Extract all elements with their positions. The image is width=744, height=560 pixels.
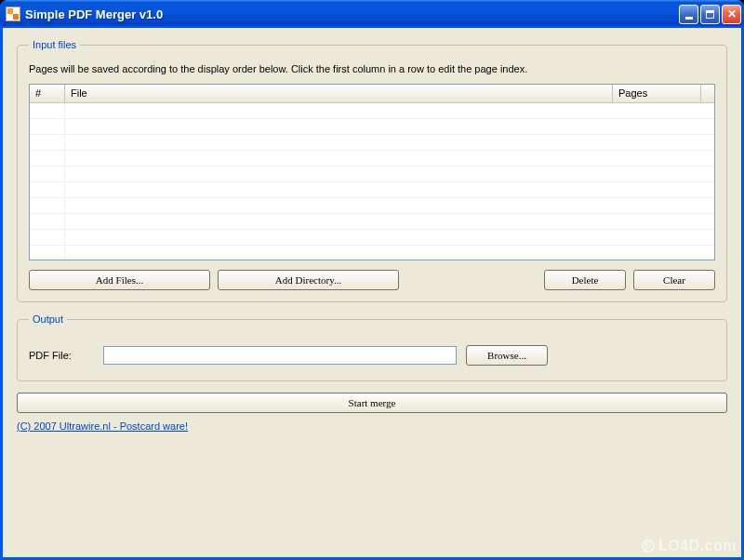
browse-button[interactable]: Browse...	[466, 345, 548, 366]
add-directory-button[interactable]: Add Directory...	[218, 270, 399, 290]
watermark-text: LO4D.com	[658, 538, 737, 554]
minimize-icon	[685, 17, 693, 20]
table-row[interactable]	[30, 214, 714, 230]
window: Simple PDF Merger v1.0 ✕ Input files Pag…	[0, 0, 744, 560]
output-group: Output PDF File: Browse...	[17, 313, 727, 381]
maximize-icon	[706, 10, 714, 19]
pdf-file-input[interactable]	[103, 346, 457, 365]
minimize-button[interactable]	[679, 5, 698, 24]
watermark-icon: ↻	[642, 540, 655, 553]
titlebar[interactable]: Simple PDF Merger v1.0 ✕	[0, 0, 744, 28]
window-controls: ✕	[679, 5, 741, 24]
table-row[interactable]	[30, 246, 714, 260]
maximize-button[interactable]	[700, 5, 720, 24]
table-body[interactable]	[30, 103, 714, 260]
table-row[interactable]	[30, 151, 714, 167]
close-icon: ✕	[727, 8, 737, 20]
close-button[interactable]: ✕	[722, 5, 741, 24]
table-row[interactable]	[30, 167, 714, 182]
table-row[interactable]	[30, 230, 714, 246]
app-icon	[6, 7, 20, 21]
input-button-row: Add Files... Add Directory... Delete Cle…	[29, 270, 715, 290]
output-legend: Output	[29, 313, 67, 325]
delete-button[interactable]: Delete	[544, 270, 626, 290]
file-table[interactable]: # File Pages	[29, 84, 715, 260]
watermark: ↻ LO4D.com	[642, 538, 737, 554]
table-row[interactable]	[30, 135, 714, 151]
output-row: PDF File: Browse...	[29, 338, 715, 369]
table-row[interactable]	[30, 103, 714, 119]
window-title: Simple PDF Merger v1.0	[25, 7, 679, 21]
spacer	[406, 270, 537, 290]
input-files-legend: Input files	[29, 39, 80, 50]
table-row[interactable]	[30, 198, 714, 214]
table-row[interactable]	[30, 182, 714, 198]
start-merge-button[interactable]: Start merge	[17, 393, 727, 413]
footer-link[interactable]: (C) 2007 Ultrawire.nl - Postcard ware!	[17, 420, 727, 432]
column-header-file[interactable]: File	[65, 85, 613, 102]
table-row[interactable]	[30, 119, 714, 135]
table-header: # File Pages	[30, 85, 714, 103]
instruction-text: Pages will be saved according to the dis…	[29, 63, 715, 74]
column-header-spacer	[701, 85, 714, 102]
pdf-file-label: PDF File:	[29, 350, 94, 361]
clear-button[interactable]: Clear	[633, 270, 715, 290]
client-area: Input files Pages will be saved accordin…	[3, 28, 741, 557]
column-header-index[interactable]: #	[30, 85, 65, 102]
input-files-group: Input files Pages will be saved accordin…	[17, 39, 727, 302]
column-header-pages[interactable]: Pages	[613, 85, 701, 102]
add-files-button[interactable]: Add Files...	[29, 270, 210, 290]
